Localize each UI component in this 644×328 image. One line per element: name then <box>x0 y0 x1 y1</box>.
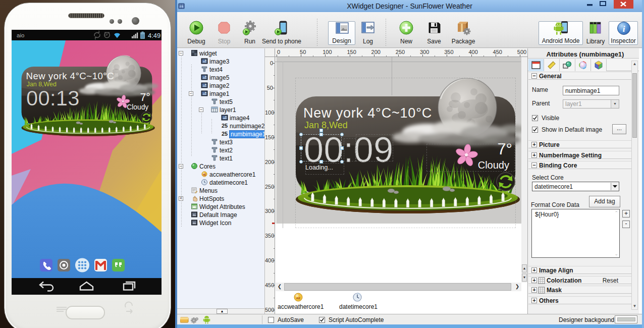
svg-text:AE: AE <box>296 297 300 300</box>
svg-text:7°: 7° <box>140 91 150 103</box>
svg-text:00:13: 00:13 <box>26 86 80 110</box>
svg-text:aio: aio <box>17 32 24 38</box>
svg-text:Cloudy: Cloudy <box>127 103 148 111</box>
svg-text:i: i <box>623 24 625 34</box>
svg-text:New york 4°C~10°C: New york 4°C~10°C <box>26 71 115 81</box>
svg-text:4:49: 4:49 <box>148 32 160 39</box>
